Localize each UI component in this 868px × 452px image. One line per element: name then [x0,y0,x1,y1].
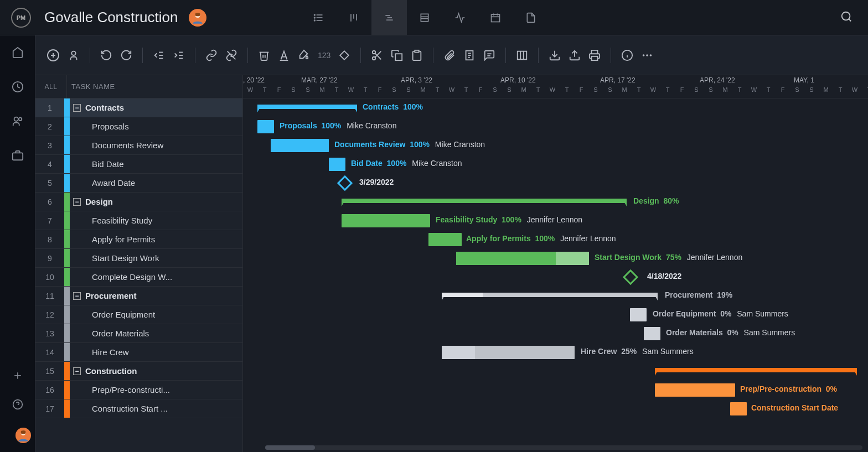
task-number: 3 [35,141,64,150]
view-calendar[interactable] [478,0,513,35]
view-sheet[interactable] [407,0,442,35]
comment-button[interactable] [483,49,495,61]
font-button[interactable] [278,49,290,61]
gantt-chart[interactable]: , 20 '22 WTFSSMTWTFSSMTWTFSSMTWTFSSMTWTF… [243,75,868,452]
undo-button[interactable] [100,49,112,61]
task-row[interactable]: 8Apply for Permits [35,230,242,249]
collapse-toggle[interactable]: − [73,104,81,112]
more-button[interactable] [641,49,653,61]
attach-button[interactable] [443,49,456,61]
notes-button[interactable] [463,49,476,61]
scrollbar-thumb[interactable] [265,445,315,450]
task-bar[interactable] [630,308,647,321]
day-cell: T [531,86,545,98]
summary-bar[interactable] [655,368,857,372]
copy-button[interactable] [391,49,403,61]
user-avatar[interactable] [16,428,31,443]
task-bar[interactable] [655,383,735,397]
link-button[interactable] [205,49,218,61]
day-cell: T [358,86,373,98]
view-gantt[interactable] [371,0,407,35]
task-color-stripe [64,268,70,286]
task-bar[interactable] [730,402,747,415]
indent-button[interactable] [173,49,185,61]
view-board[interactable] [336,0,371,35]
link-icon [205,49,218,61]
search-button[interactable] [836,6,857,29]
nav-home[interactable] [12,46,24,61]
gantt-body[interactable]: Contracts 100%Proposals 100% Mike Cranst… [243,98,868,418]
milestone-marker[interactable] [623,269,638,285]
task-row[interactable]: 12Order Equipment [35,305,242,324]
horizontal-scrollbar[interactable] [265,445,862,450]
nav-recents[interactable] [12,81,24,95]
task-row[interactable]: 13Order Materials [35,324,242,343]
import-button[interactable] [549,49,561,61]
task-row[interactable]: 14Hire Crew [35,343,242,362]
notes-icon [463,49,476,61]
task-bar[interactable] [644,327,660,340]
task-number: 17 [35,404,64,413]
briefcase-icon [12,149,24,162]
print-button[interactable] [588,49,601,61]
color-button[interactable] [298,49,310,61]
col-all[interactable]: ALL [35,83,66,91]
collapse-toggle[interactable]: − [73,292,81,300]
add-task-button[interactable] [46,49,60,62]
task-row[interactable]: 7Feasibility Study [35,211,242,230]
task-row[interactable]: 15−Construction [35,362,242,381]
info-button[interactable] [621,49,633,61]
task-row[interactable]: 5Award Date [35,174,242,193]
task-row[interactable]: 4Bid Date [35,155,242,174]
day-cell: S [603,86,617,98]
home-icon [12,46,24,59]
collapse-toggle[interactable]: − [73,198,81,206]
task-bar[interactable] [428,233,462,246]
milestone-marker[interactable] [337,175,353,191]
summary-bar[interactable] [257,105,357,109]
assign-button[interactable] [68,49,80,61]
collapse-toggle[interactable]: − [73,367,81,375]
view-list[interactable] [301,0,336,35]
project-avatar[interactable] [189,9,206,27]
nav-add[interactable] [12,370,23,383]
cut-button[interactable] [371,49,383,61]
columns-button[interactable] [516,49,528,61]
week-label: APR, 10 '22 [500,76,536,84]
task-bar[interactable] [342,214,430,227]
task-row[interactable]: 11−Procurement [35,287,242,305]
col-task-name[interactable]: TASK NAME [66,75,242,98]
task-bar[interactable] [329,158,345,171]
task-row[interactable]: 10Complete Design W... [35,268,242,287]
app-logo[interactable]: PM [11,8,31,28]
task-row[interactable]: 3Documents Review [35,136,242,155]
export-button[interactable] [569,49,581,61]
nav-portfolio[interactable] [12,149,24,164]
unlink-button[interactable] [225,49,237,61]
milestone-button[interactable] [338,49,350,61]
paste-button[interactable] [411,49,423,61]
view-files[interactable] [513,0,549,35]
delete-button[interactable] [258,49,270,61]
nav-help[interactable] [12,399,23,412]
task-name: Apply for Permits [70,235,242,244]
task-number: 1 [35,103,64,112]
bar-label: Hire Crew 25% Sam Summers [581,347,694,356]
activity-icon [454,12,466,23]
task-row[interactable]: 6−Design [35,193,242,211]
task-row[interactable]: 2Proposals [35,117,242,136]
task-list-header: ALL TASK NAME [35,75,242,98]
task-row[interactable]: 16Prep/Pre-constructi... [35,381,242,399]
nav-team[interactable] [12,115,24,129]
task-row[interactable]: 17Construction Start ... [35,399,242,418]
summary-bar[interactable] [342,199,627,203]
redo-button[interactable] [120,49,132,61]
day-cell: M [416,86,430,98]
task-bar[interactable] [257,120,274,133]
view-activity[interactable] [442,0,478,35]
task-bar[interactable] [271,139,329,152]
task-row[interactable]: 1−Contracts [35,98,242,117]
task-row[interactable]: 9Start Design Work [35,249,242,268]
outdent-button[interactable] [153,49,165,61]
svg-point-24 [14,117,18,121]
